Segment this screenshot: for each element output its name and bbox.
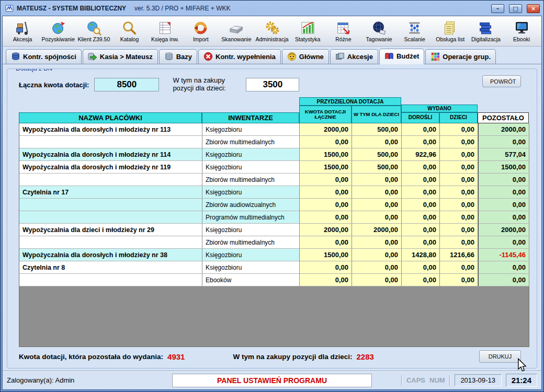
toolbar-item-pozyskiwanie[interactable]: Pozyskiwanie [40,17,76,45]
value-cell[interactable]: 2000,00 [300,224,352,236]
window-title: MATEUSZ - SYSTEM BIBLIOTECZNY [17,5,126,12]
value-cell[interactable]: 0,00 [300,186,352,199]
value-cell: 0,00 [440,136,478,148]
tab-kontr-wype-nienia[interactable]: Kontr. wypełnienia [198,49,281,64]
toolbar-item-label: Digitalizacja [471,36,501,42]
value-cell[interactable]: 1500,00 [300,161,352,174]
maximize-button[interactable]: □ [509,4,522,13]
tab-kasia-mateusz[interactable]: Kasia > Mateusz [83,49,158,64]
print-button[interactable]: DRUKUJ [479,350,521,363]
value-cell[interactable]: 0,00 [300,174,352,186]
app-frame: AkcesjaPozyskiwanieKlient Z39.50KatalogK… [2,16,542,390]
grid-icon [430,52,440,61]
toolbar-item-ebooki[interactable]: Ebooki [504,17,539,45]
toolbar-item-obs-uga-list[interactable]: Obsługa list [433,17,468,45]
table-row[interactable]: Wypożyczalnia dla dzieci i młodzieży nr … [19,224,529,236]
value-cell[interactable]: 0,00 [300,261,352,274]
tab-operacje-grup[interactable]: Operacje grup. [425,49,496,64]
value-cell: 0,00 [402,224,440,236]
total-grant-input[interactable] [94,78,159,91]
toolbar-item-statystyka[interactable]: Statystyka [290,17,325,45]
return-button[interactable]: POWRÓT [482,75,521,87]
minimize-button[interactable]: – [491,4,504,13]
toolbar-item-klient-z39-50[interactable]: Klient Z39.50 [76,17,111,45]
toolbar-item-scalanie[interactable]: Scalanie [397,17,433,45]
value-cell[interactable]: 0,00 [300,211,352,224]
toolbar-item-label: Klient Z39.50 [77,36,110,42]
children-grant-label: W tym na zakupy pozycji dla dzieci: [173,77,242,93]
value-cell[interactable]: 0,00 [352,274,402,286]
toolbar-item-administracja[interactable]: Administracja [254,17,290,45]
logged-in-user: Zalogowany(a): Admin [7,376,74,384]
table-row[interactable]: Zbiorów multimedialnych0,000,000,000,000… [19,236,529,249]
tab-akcesje[interactable]: Akcesje [330,49,378,64]
close-button[interactable]: × [527,4,540,13]
value-cell[interactable]: 500,00 [352,161,402,174]
red-x-icon [203,52,213,61]
toolbar-item-skanowanie[interactable]: Skanowanie [219,17,254,45]
value-cell[interactable]: 0,00 [300,136,352,148]
value-cell[interactable]: 0,00 [352,199,402,211]
toolbar-item-katalog[interactable]: Katalog [111,17,147,45]
tab-label: Kasia > Mateusz [100,53,153,61]
value-cell[interactable]: 0,00 [352,211,402,224]
value-cell[interactable]: 0,00 [352,174,402,186]
value-cell[interactable]: 2000,00 [300,123,352,136]
inventory-name-cell: Księgozbioru [202,261,300,274]
facility-name-cell [19,136,202,148]
table-row[interactable]: Czytelnia nr 8Księgozbioru0,000,000,000,… [19,261,529,274]
controls-row: Łączna kwota dotacji: W tym na zakupy po… [19,75,531,94]
col-group-allocated: PRZYDZIELONA DOTACJA [299,97,401,106]
toolbar-item-label: Akcesja [13,36,32,42]
toolbar-item-ksi-ga-inw[interactable]: Księga inw. [148,17,183,45]
app-window: MATEUSZ - SYSTEM BIBLIOTECZNY ver. 5.3D … [0,0,544,392]
table-row[interactable]: Wypożyczalnia dla dorosłych i młodzieży … [19,249,529,261]
facility-name-cell: Wypożyczalnia dla dorosłych i młodzieży … [19,161,202,174]
value-cell[interactable]: 0,00 [352,261,402,274]
value-cell[interactable]: 500,00 [352,123,402,136]
value-cell[interactable]: 0,00 [300,199,352,211]
table-row[interactable]: Zbiorów multimedialnych0,000,000,000,000… [19,136,529,148]
value-cell[interactable]: 0,00 [300,274,352,286]
inventory-name-cell: Ebooków [202,274,300,286]
table-row[interactable]: Wypożyczalnia dla dorosłych i młodzieży … [19,123,529,136]
value-cell: 0,00 [440,199,478,211]
value-cell[interactable]: 0,00 [352,236,402,249]
facility-name-cell [19,174,202,186]
value-cell[interactable]: 0,00 [352,136,402,148]
value-cell[interactable]: 1500,00 [300,148,352,161]
value-cell[interactable]: 1500,00 [300,249,352,261]
table-row[interactable]: Czytelnia nr 17Księgozbioru0,000,000,000… [19,186,529,199]
toolbar-item-tagowanie[interactable]: Tagowanie [361,17,396,45]
value-cell: 0,00 [402,161,440,174]
children-grant-input[interactable] [246,78,299,91]
table-row[interactable]: Zbiorów audiowizualnych0,000,000,000,000… [19,199,529,211]
value-cell: 0,00 [478,211,529,224]
tab-bazy[interactable]: Bazy [159,49,197,64]
tag-globe-icon [371,20,387,36]
handtruck-icon [15,20,30,36]
toolbar-item-r-ne[interactable]: Różne [325,17,361,45]
magnifier-icon [122,20,137,36]
toolbar-item-import[interactable]: Import [183,17,219,45]
tab-kontr-sp-jno-ci[interactable]: Kontr. spójności [6,49,82,64]
value-cell[interactable]: 500,00 [352,148,402,161]
table-row[interactable]: Programów multimedialnych0,000,000,000,0… [19,211,529,224]
summary-row: Kwota dotacji, która pozostała do wydani… [13,347,531,366]
value-cell[interactable]: 0,00 [300,236,352,249]
table-row[interactable]: Ebooków0,000,000,000,000,00 [19,274,529,286]
table-row[interactable]: Wypożyczalnia dla dorosłych i młodzieży … [19,148,529,161]
value-cell[interactable]: 2000,00 [352,224,402,236]
value-cell[interactable]: 0,00 [352,186,402,199]
table-row[interactable]: Wypożyczalnia dla dorosłych i młodzieży … [19,161,529,174]
value-cell: 0,00 [478,174,529,186]
globe-search-icon [86,20,101,36]
col-header-inventory: INWENTARZE [202,112,299,123]
tab-g-wne[interactable]: Główne [282,49,329,64]
toolbar-item-akcesja[interactable]: Akcesja [5,17,40,45]
settings-panel-banner[interactable]: PANEL USTAWIEŃ PROGRAMU [172,374,372,387]
toolbar-item-digitalizacja[interactable]: Digitalizacja [468,17,504,45]
value-cell[interactable]: 0,00 [352,249,402,261]
table-row[interactable]: Zbiorów multimedialnych0,000,000,000,000… [19,174,529,186]
tab-bud-et[interactable]: Budżet [379,49,424,64]
